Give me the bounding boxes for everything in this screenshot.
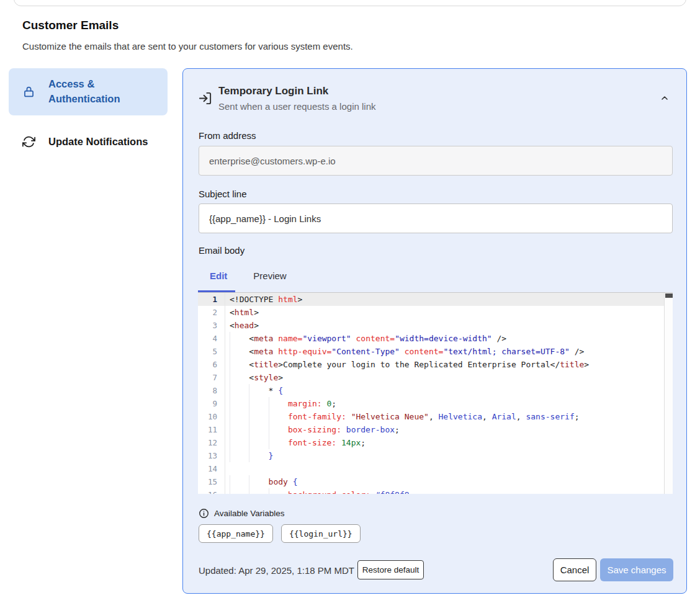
editor-scrollbar-thumb[interactable] <box>665 293 673 298</box>
line-number: 7 <box>198 371 225 384</box>
code-line: 8* { <box>198 384 673 397</box>
tab-edit[interactable]: Edit <box>210 270 227 281</box>
line-number: 10 <box>198 410 225 423</box>
panel-subtitle: Sent when a user requests a login link <box>218 101 375 112</box>
code-text: <title>Complete your login to the Replic… <box>225 358 589 371</box>
email-body-tabs: EditPreview <box>198 270 287 281</box>
info-icon <box>199 508 209 519</box>
code-line: 4<meta name="viewport" content="width=de… <box>198 332 673 345</box>
code-line: 9margin: 0; <box>198 397 673 410</box>
code-editor[interactable]: 1<!DOCTYPE html>2<html>3<head>4<meta nam… <box>198 292 673 494</box>
line-number: 3 <box>198 319 225 332</box>
refresh-icon <box>22 135 36 148</box>
code-text <box>225 462 230 475</box>
subject-line-input[interactable] <box>199 203 673 233</box>
code-line: 15body { <box>198 475 673 488</box>
available-variables-label: Available Variables <box>214 509 285 518</box>
previous-card-edge <box>14 0 686 6</box>
code-line: 10font-family: "Helvetica Neue", Helveti… <box>198 410 673 423</box>
sidebar: Access & AuthenticationUpdate Notificati… <box>9 68 168 169</box>
code-line: 1<!DOCTYPE html> <box>198 293 673 306</box>
editor-scrollbar-track[interactable] <box>664 293 673 494</box>
code-line: 3<head> <box>198 319 673 332</box>
code-line: 7<style> <box>198 371 673 384</box>
line-number: 8 <box>198 384 225 397</box>
restore-default-button[interactable]: Restore default <box>357 560 424 579</box>
line-number: 6 <box>198 358 225 371</box>
customer-emails-page: Customer Emails Customize the emails tha… <box>0 0 700 608</box>
code-text: box-sizing: border-box; <box>225 423 400 436</box>
temporary-login-link-panel: Temporary Login Link Sent when a user re… <box>182 68 687 594</box>
code-line: 6<title>Complete your login to the Repli… <box>198 358 673 371</box>
from-address-label: From address <box>199 130 256 141</box>
updated-timestamp: Updated: Apr 29, 2025, 1:18 PM MDT <box>199 565 354 576</box>
line-number: 16 <box>198 488 225 494</box>
login-icon <box>198 91 212 108</box>
variable-chips: {{app_name}}{{login_url}} <box>199 524 361 543</box>
line-number: 12 <box>198 436 225 449</box>
code-text: background-color: #f8f8f8; <box>225 488 414 494</box>
available-variables-row: Available Variables <box>199 508 285 519</box>
variable-chip[interactable]: {{app_name}} <box>199 524 273 543</box>
code-text: } <box>225 449 273 462</box>
code-text: <!DOCTYPE html> <box>225 293 302 306</box>
sidebar-item-label: Access & Authentication <box>48 77 156 107</box>
line-number: 13 <box>198 449 225 462</box>
line-number: 9 <box>198 397 225 410</box>
save-changes-button[interactable]: Save changes <box>600 558 673 581</box>
sidebar-item-label: Update Notifications <box>48 135 148 150</box>
code-line: 14 <box>198 462 673 475</box>
line-number: 1 <box>198 293 225 306</box>
tab-preview[interactable]: Preview <box>253 270 286 281</box>
page-subtitle: Customize the emails that are sent to yo… <box>22 41 353 51</box>
code-text: <meta http-equiv="Content-Type" content=… <box>225 345 584 358</box>
code-line: 5<meta http-equiv="Content-Type" content… <box>198 345 673 358</box>
page-title: Customer Emails <box>22 19 119 32</box>
collapse-panel-button[interactable] <box>656 91 673 106</box>
sidebar-item-update-notifications[interactable]: Update Notifications <box>9 126 168 158</box>
line-number: 11 <box>198 423 225 436</box>
code-text: <style> <box>225 371 283 384</box>
panel-title: Temporary Login Link <box>218 85 328 97</box>
cancel-button[interactable]: Cancel <box>553 558 596 581</box>
code-text: font-size: 14px; <box>225 436 366 449</box>
line-number: 4 <box>198 332 225 345</box>
line-number: 5 <box>198 345 225 358</box>
code-text: font-family: "Helvetica Neue", Helvetica… <box>225 410 580 423</box>
code-text: * { <box>225 384 283 397</box>
line-number: 15 <box>198 475 225 488</box>
line-number: 14 <box>198 462 225 475</box>
code-text: body { <box>225 475 298 488</box>
code-line: 12font-size: 14px; <box>198 436 673 449</box>
chevron-up-icon <box>660 96 670 105</box>
code-line: 2<html> <box>198 306 673 319</box>
variable-chip[interactable]: {{login_url}} <box>281 524 361 543</box>
code-line: 16background-color: #f8f8f8; <box>198 488 673 494</box>
code-text: margin: 0; <box>225 397 336 410</box>
code-text: <head> <box>225 319 259 332</box>
line-number: 2 <box>198 306 225 319</box>
code-line: 13} <box>198 449 673 462</box>
code-lines: 1<!DOCTYPE html>2<html>3<head>4<meta nam… <box>198 293 673 494</box>
lock-icon <box>22 85 36 98</box>
code-line: 11box-sizing: border-box; <box>198 423 673 436</box>
from-address-input[interactable] <box>199 146 673 176</box>
code-text: <html> <box>225 306 259 319</box>
subject-line-label: Subject line <box>199 189 247 199</box>
code-text: <meta name="viewport" content="width=dev… <box>225 332 506 345</box>
sidebar-item-access-authentication[interactable]: Access & Authentication <box>9 68 168 115</box>
email-body-label: Email body <box>199 245 245 256</box>
